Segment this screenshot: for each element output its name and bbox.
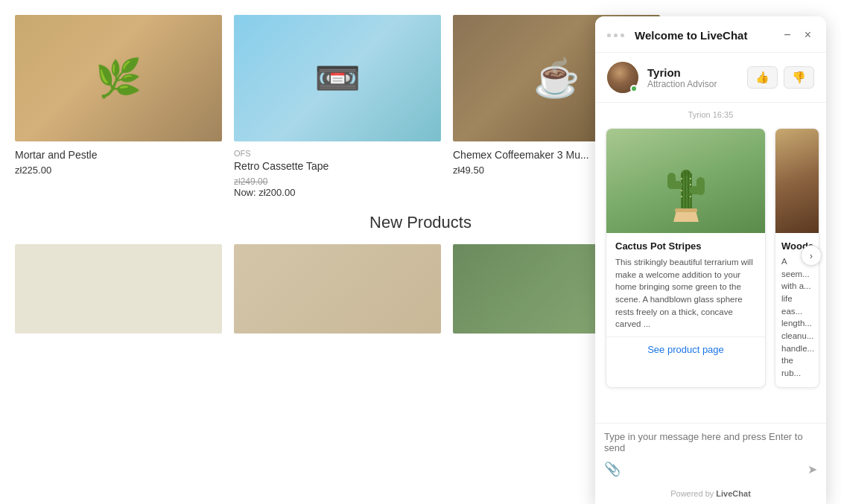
svg-rect-16: [667, 173, 676, 189]
product-brand-2: OFS: [234, 149, 441, 158]
chevron-right-icon: ›: [810, 250, 813, 261]
close-icon: ×: [804, 28, 811, 42]
send-icon: ➤: [807, 463, 817, 476]
agent-online-indicator: [630, 85, 638, 92]
chat-header: Welcome to LiveChat − ×: [595, 16, 826, 53]
minimize-button[interactable]: −: [781, 27, 793, 43]
svg-point-9: [681, 190, 682, 191]
product-chat-card-1-body: Cactus Pot Stripes This strikingly beaut…: [606, 233, 765, 331]
svg-point-10: [681, 196, 682, 197]
product-image-cassette: [234, 15, 441, 141]
chat-input-actions: 📎 ➤: [604, 461, 817, 477]
livechat-widget: Welcome to LiveChat − × Tyrion Attractio…: [595, 16, 826, 504]
product-price-was-2: zł249.00 Now: zł200.00: [234, 176, 441, 198]
dot-3: [621, 34, 624, 37]
carousel-next-button[interactable]: ›: [801, 246, 822, 267]
price-now-label: Now:: [234, 187, 258, 198]
product-chat-image-wood: [775, 129, 819, 233]
agent-row: Tyrion Attraction Advisor 👍 👎: [595, 53, 826, 103]
chat-header-dots: [607, 34, 624, 37]
thumbup-icon: 👍: [755, 71, 769, 83]
agent-feedback: 👍 👎: [747, 66, 814, 89]
product-name-1: Mortar and Pestle: [15, 149, 222, 161]
chat-header-title: Welcome to LiveChat: [635, 29, 773, 42]
product-chat-card-1-title: Cactus Pot Stripes: [615, 240, 756, 252]
chat-messages: Cactus Pot Stripes This strikingly beaut…: [595, 124, 826, 423]
product-chat-card-1[interactable]: Cactus Pot Stripes This strikingly beaut…: [606, 128, 766, 388]
product-chat-card-1-desc: This strikingly beautiful terrarium will…: [615, 256, 756, 331]
svg-rect-18: [696, 177, 705, 195]
thumbup-button[interactable]: 👍: [747, 66, 778, 89]
minimize-icon: −: [784, 28, 790, 42]
dot-2: [614, 34, 618, 37]
close-button[interactable]: ×: [802, 27, 814, 43]
chat-powered-by: Powered by LiveChat: [595, 485, 826, 504]
product-card-2[interactable]: OFS Retro Cassette Tape zł249.00 Now: zł…: [234, 15, 441, 198]
powered-by-prefix: Powered by: [670, 489, 716, 498]
agent-name: Tyrion: [647, 66, 738, 79]
price-now-2: zł200.00: [258, 187, 295, 198]
dot-1: [607, 34, 611, 37]
thumbdown-icon: 👎: [792, 71, 806, 83]
product-name-2: Retro Cassette Tape: [234, 160, 441, 172]
livechat-brand: LiveChat: [716, 489, 750, 498]
thumbdown-button[interactable]: 👎: [784, 66, 814, 89]
chat-input-field[interactable]: [604, 431, 817, 453]
agent-info: Tyrion Attraction Advisor: [647, 66, 738, 89]
send-button[interactable]: ➤: [807, 462, 817, 476]
product-chat-card-1-link[interactable]: See product page: [606, 336, 765, 362]
svg-rect-20: [675, 208, 697, 212]
price-was-2: zł249.00: [234, 176, 267, 187]
svg-point-7: [681, 178, 682, 179]
product-chat-card-2-desc: A seem... with a... life eas... length..…: [781, 255, 813, 380]
agent-avatar-wrap: [607, 62, 638, 93]
agent-role: Attraction Advisor: [647, 79, 738, 89]
cactus-svg: [660, 140, 712, 222]
product-card-1[interactable]: Mortar and Pestle zł225.00: [15, 15, 222, 198]
new-product-1[interactable]: [15, 244, 222, 334]
chat-timestamp: Tyrion 16:35: [595, 103, 826, 124]
new-product-2[interactable]: [234, 244, 441, 334]
attachment-icon: 📎: [604, 462, 621, 476]
product-image-mortar: [15, 15, 222, 141]
svg-point-12: [690, 184, 691, 185]
svg-point-14: [690, 196, 691, 197]
svg-marker-19: [673, 211, 699, 222]
product-price-1: zł225.00: [15, 165, 222, 176]
chat-input-area: 📎 ➤: [595, 423, 826, 485]
product-chat-image-cactus: [606, 129, 765, 233]
svg-point-11: [690, 178, 691, 179]
product-carousel: Cactus Pot Stripes This strikingly beaut…: [595, 124, 826, 392]
chat-header-actions: − ×: [781, 27, 814, 43]
attach-button[interactable]: 📎: [604, 461, 621, 477]
